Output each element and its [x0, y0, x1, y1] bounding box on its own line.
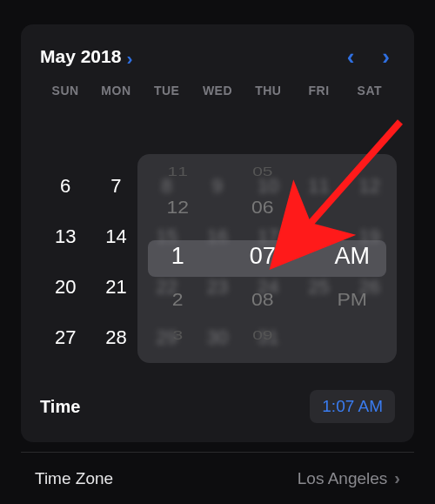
timezone-value-wrap: Los Angeles › [298, 468, 400, 488]
timezone-row[interactable]: Time Zone Los Angeles › [21, 452, 414, 504]
calendar-day[interactable] [192, 124, 243, 148]
weekday-label: SAT [345, 84, 395, 97]
month-nav: ‹ › [347, 45, 390, 68]
calendar-day[interactable] [243, 124, 293, 148]
weekday-label: SUN [40, 84, 90, 97]
calendar-day[interactable]: 13 [40, 225, 90, 249]
month-label: May 2018 [40, 46, 121, 67]
minute-wheel[interactable]: 05 06 07 08 09 [218, 154, 307, 363]
prev-month-button[interactable]: ‹ [347, 45, 355, 68]
time-row: Time 1:07 AM [40, 390, 395, 423]
calendar-day[interactable] [142, 124, 192, 148]
weekday-header: SUN MON TUE WED THU FRI SAT [40, 84, 395, 97]
calendar-day[interactable]: 7 [90, 174, 141, 198]
timezone-label: Time Zone [35, 469, 113, 488]
timezone-value: Los Angeles [298, 469, 388, 488]
calendar-day[interactable]: 20 [40, 275, 90, 299]
calendar-day[interactable] [293, 124, 344, 148]
weekday-label: MON [90, 84, 141, 97]
wheel-item-selected: AM [307, 243, 397, 270]
calendar-day[interactable]: 21 [90, 275, 141, 299]
calendar-day[interactable] [90, 124, 141, 148]
weekday-label: FRI [293, 84, 344, 97]
wheel-item: 3 [137, 328, 218, 343]
ampm-wheel[interactable]: AM PM [307, 154, 397, 363]
wheel-item: 11 [137, 165, 218, 179]
wheel-item: PM [307, 290, 397, 310]
wheel-item-selected: 07 [218, 243, 307, 270]
chevron-right-icon: › [394, 468, 400, 488]
wheel-item: 09 [218, 328, 307, 343]
wheel-item: 06 [218, 198, 307, 218]
month-selector[interactable]: May 2018 › [40, 46, 132, 67]
wheel-item: 2 [137, 290, 218, 310]
calendar-day[interactable] [40, 124, 90, 148]
time-label: Time [40, 397, 80, 417]
weekday-label: THU [243, 84, 293, 97]
wheel-item-selected: 1 [137, 243, 218, 270]
calendar-day[interactable] [345, 124, 395, 148]
time-value-button[interactable]: 1:07 AM [310, 390, 395, 423]
weekday-label: TUE [142, 84, 192, 97]
month-header: May 2018 › ‹ › [40, 45, 395, 68]
wheel-item: 12 [137, 198, 218, 218]
calendar-day[interactable]: 6 [40, 174, 90, 198]
wheel-item: 05 [218, 165, 307, 179]
chevron-right-icon: › [126, 49, 132, 67]
calendar-day[interactable]: 27 [40, 326, 90, 350]
next-month-button[interactable]: › [382, 45, 390, 68]
hour-wheel[interactable]: 11 12 1 2 3 [137, 154, 218, 363]
weekday-label: WED [192, 84, 243, 97]
time-wheel-picker[interactable]: 11 12 1 2 3 05 06 07 08 09 AM PM [137, 154, 397, 363]
calendar-day[interactable]: 28 [90, 326, 141, 350]
calendar-day[interactable]: 14 [90, 225, 141, 249]
wheel-item: 08 [218, 290, 307, 310]
